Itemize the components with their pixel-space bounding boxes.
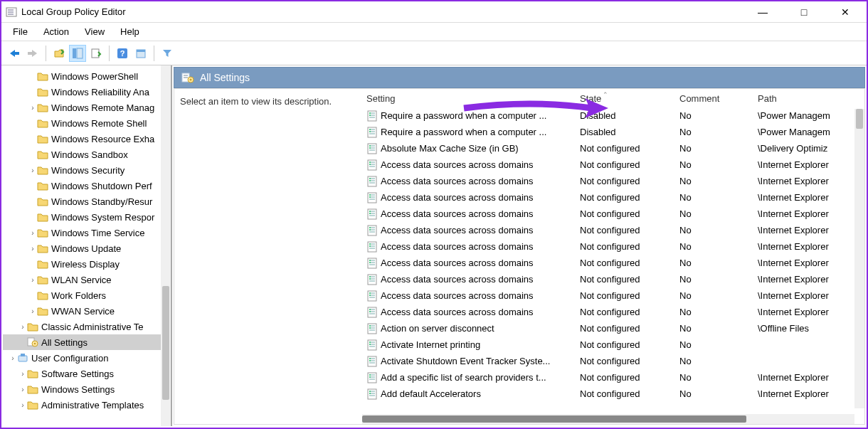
tree-item[interactable]: ›Administrative Templates [3,397,171,413]
tree-item[interactable]: ›Windows Update [3,240,171,256]
tree-item-label: Windows Remote Shell [51,118,147,129]
tree-item[interactable]: Windows Standby/Resur [3,194,171,209]
expand-icon[interactable]: › [18,386,27,393]
main-panel: All Settings Select an item to view its … [172,65,867,426]
svg-rect-63 [369,211,371,212]
menu-file[interactable]: File [6,25,35,38]
list-row[interactable]: Add default AcceleratorsNot configuredNo… [361,386,864,402]
tree: Windows PowerShellWindows Reliability An… [1,65,171,415]
tree-item[interactable]: Windows Shutdown Perf [3,178,171,194]
expand-icon[interactable]: › [28,104,37,112]
list-row[interactable]: Access data sources across domainsNot co… [361,304,864,320]
list-row[interactable]: Access data sources across domainsNot co… [361,157,864,173]
list-scroll-thumb-h[interactable] [362,415,746,423]
list-row[interactable]: Access data sources across domainsNot co… [361,189,864,206]
col-header-setting[interactable]: Setting [361,93,574,104]
tree-item[interactable]: ›Windows Security [3,162,171,178]
expand-icon[interactable]: › [18,401,27,409]
policy-item-icon [366,323,378,334]
filter-button[interactable] [159,45,176,62]
folder-icon [37,149,48,159]
list-row[interactable]: Require a password when a computer ...Di… [361,124,864,140]
help-button[interactable]: ? [114,45,131,62]
col-header-path[interactable]: Path [752,93,864,104]
properties-button[interactable] [132,45,149,62]
list-row[interactable]: Add a specific list of search providers … [361,369,864,386]
list-row[interactable]: Require a password when a computer ...Di… [361,107,864,124]
tree-item[interactable]: Windows Sandbox [3,147,171,162]
col-header-comment[interactable]: Comment [674,93,752,104]
expand-icon[interactable]: › [18,323,27,331]
list-row[interactable]: Access data sources across domainsNot co… [361,206,864,222]
expand-icon[interactable]: › [28,276,37,284]
list-row[interactable]: Activate Internet printingNot configured… [361,337,864,353]
expand-icon[interactable]: › [28,166,37,174]
tree-item[interactable]: ›Windows Time Service [3,225,171,240]
tree-item[interactable]: Windows Reliability Ana [3,84,171,100]
tree-item[interactable]: Wireless Display [3,256,171,272]
tree-item[interactable]: ›Classic Administrative Te [3,319,171,334]
up-button[interactable] [51,45,68,62]
expand-icon[interactable]: › [28,229,37,237]
col-header-state[interactable]: ⌃ State [574,93,674,104]
cell-state: Not configured [574,356,674,366]
list-row[interactable]: Activate Shutdown Event Tracker Syste...… [361,353,864,369]
svg-rect-35 [368,144,376,154]
back-button[interactable] [6,45,23,62]
tree-item[interactable]: Windows Resource Exha [3,131,171,147]
list-row[interactable]: Absolute Max Cache Size (in GB)Not confi… [361,140,864,157]
forward-button[interactable] [24,45,41,62]
svg-rect-57 [369,194,371,196]
cell-setting: Access data sources across domains [361,176,574,187]
tree-item[interactable]: ›WLAN Service [3,272,171,287]
tree-scroll-thumb[interactable] [162,286,169,400]
content-area: Windows PowerShellWindows Reliability An… [1,65,867,426]
expand-icon[interactable]: › [28,307,37,315]
cell-state: Not configured [574,339,674,350]
svg-rect-28 [369,115,371,116]
svg-rect-58 [369,196,371,198]
tree-item[interactable]: ›User Configuration [3,350,171,366]
list-rows: Require a password when a computer ...Di… [361,107,864,402]
cell-setting: Access data sources across domains [361,290,574,302]
tree-scrollbar[interactable] [161,65,171,426]
config-icon [17,353,28,363]
tree-item[interactable]: Windows PowerShell [3,68,171,84]
list-row[interactable]: Access data sources across domainsNot co… [361,238,864,255]
cell-setting: Access data sources across domains [361,274,574,285]
cell-comment: No [674,110,752,121]
list-row[interactable]: Access data sources across domainsNot co… [361,173,864,189]
list-row[interactable]: Action on server disconnectNot configure… [361,320,864,337]
tree-item[interactable]: Windows Remote Shell [3,115,171,131]
list-row[interactable]: Access data sources across domainsNot co… [361,255,864,271]
cell-state: Not configured [574,307,674,317]
cell-state: Not configured [574,143,674,154]
tree-item[interactable]: ›WWAN Service [3,303,171,319]
tree-item[interactable]: All Settings [3,334,171,350]
menu-view[interactable]: View [78,25,112,38]
maximize-button[interactable]: □ [790,6,818,18]
expand-icon[interactable]: › [28,245,37,253]
list-row[interactable]: Access data sources across domainsNot co… [361,287,864,304]
list-scroll-thumb-v[interactable] [856,109,863,129]
export-list-button[interactable] [88,45,105,62]
tree-item[interactable]: ›Windows Settings [3,381,171,397]
close-button[interactable]: ✕ [831,6,859,18]
list-row[interactable]: Access data sources across domainsNot co… [361,222,864,238]
tree-item-label: All Settings [41,337,88,348]
list-scrollbar-horizontal[interactable] [362,414,854,424]
expand-icon[interactable]: › [18,370,27,378]
tree-item[interactable]: ›Windows Remote Manag [3,100,171,115]
expand-icon[interactable]: › [9,354,17,362]
tree-item[interactable]: ›Software Settings [3,366,171,381]
list-row[interactable]: Access data sources across domainsNot co… [361,271,864,287]
policy-item-icon [366,339,378,351]
menu-action[interactable]: Action [36,25,76,38]
menu-help[interactable]: Help [113,25,147,38]
tree-item[interactable]: Work Folders [3,287,171,303]
minimize-button[interactable]: — [748,6,777,18]
policy-item-icon [366,208,378,220]
tree-item[interactable]: Windows System Respor [3,209,171,225]
show-hide-tree-button[interactable] [69,45,86,62]
list-scrollbar-vertical[interactable] [854,109,864,408]
